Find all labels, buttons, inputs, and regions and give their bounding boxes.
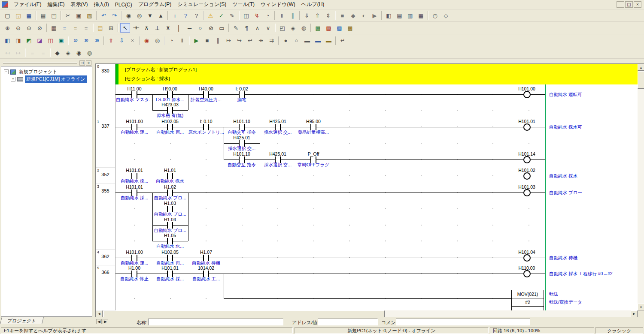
vertical-scrollbar[interactable]: ▲ ▼	[638, 64, 644, 310]
show-program-comments-button[interactable]: ≡	[81, 23, 91, 33]
panel-pin-button[interactable]: ⊣	[79, 60, 85, 66]
force-on-button[interactable]: ⇧	[106, 36, 116, 45]
forced-status-button[interactable]: ▬	[324, 36, 334, 45]
menu-item[interactable]: 表示(V)	[67, 0, 91, 9]
rung-number-cell[interactable]: 1337	[96, 119, 115, 168]
paste-button[interactable]: ▧	[85, 11, 94, 20]
zoom-in-button[interactable]: ⊕	[3, 23, 12, 33]
new-closed-coil-button[interactable]: ⊘	[206, 23, 216, 33]
clear-breakpoints-button[interactable]: ○	[292, 36, 301, 45]
display-signed-decimal-button[interactable]: 10	[81, 36, 91, 45]
step-out-button[interactable]: ↩	[245, 36, 255, 45]
new-closed-contact-button[interactable]: ⊼	[142, 23, 152, 33]
open-project-button[interactable]: ◱	[13, 11, 23, 20]
coil-symbol[interactable]	[523, 172, 531, 180]
coil-symbol[interactable]	[523, 270, 531, 277]
cascade-windows-button[interactable]: ◧	[384, 11, 394, 20]
go-to-address-button[interactable]: ◈	[63, 48, 73, 57]
undo-button[interactable]: ↶	[99, 11, 109, 20]
go-to-output-button[interactable]: ◍	[85, 48, 94, 57]
copy-button[interactable]: ▣	[74, 11, 84, 20]
go-to-next-button[interactable]: ◉	[74, 48, 84, 57]
scroll-up-button[interactable]: ▲	[638, 64, 644, 71]
show-symbol-comments-button[interactable]: ≡	[70, 23, 80, 33]
address-jump-button[interactable]: ↵	[338, 36, 348, 45]
close-button[interactable]: ×	[634, 1, 641, 8]
context-help-button[interactable]: ?	[191, 11, 201, 20]
window-output-button[interactable]: ◨	[13, 36, 23, 45]
work-online-button[interactable]: ◫	[241, 11, 251, 20]
step-monitoring-button[interactable]: ∥	[288, 11, 298, 20]
find-previous-button[interactable]: ▲	[156, 11, 166, 20]
toggle-grid-button[interactable]: ▦	[49, 23, 59, 33]
menu-item[interactable]: プログラム(P)	[135, 0, 174, 9]
display-decimal-button[interactable]: 10	[70, 36, 80, 45]
pause-monitor-button[interactable]: ‖	[177, 36, 187, 45]
menu-item[interactable]: 挿入(I)	[91, 0, 112, 9]
grid-color-3-button[interactable]: ▩	[334, 23, 344, 33]
rung-number-cell[interactable]: 5366	[96, 265, 115, 310]
tile-vertical-button[interactable]: ▥	[405, 11, 415, 20]
continuous-step-button[interactable]: ↠	[256, 36, 266, 45]
panel-close-button[interactable]: ×	[86, 60, 91, 66]
compare-with-plc-button[interactable]: ⇕	[323, 11, 333, 20]
coil-symbol[interactable]	[523, 91, 531, 98]
select-tool-button[interactable]: ↖	[120, 23, 130, 33]
online-edit-button[interactable]: ✎	[227, 11, 237, 20]
window-local-symbols-button[interactable]: ◫	[46, 36, 55, 45]
section-list-button[interactable]: ▤	[95, 23, 105, 33]
set-value-button[interactable]: ◉	[142, 36, 152, 45]
scroll-left-button[interactable]: ◀	[96, 310, 103, 317]
tree-expander-icon[interactable]: −	[4, 69, 9, 74]
run-mode-button[interactable]: ▶	[370, 11, 380, 20]
next-field-button[interactable]: ▶	[103, 319, 108, 324]
outdent-button[interactable]: ↤	[3, 48, 12, 57]
find-button[interactable]: ◉	[124, 11, 134, 20]
panel-grip[interactable]	[3, 63, 77, 64]
rung-number-cell[interactable]: 4362	[96, 250, 115, 265]
pause-monitoring-button[interactable]: ‖	[277, 11, 287, 20]
comment-input[interactable]	[396, 319, 530, 325]
menu-item[interactable]: ヘルプ(H)	[298, 0, 328, 9]
tree-expander-icon[interactable]: +	[11, 77, 15, 81]
block-select-button[interactable]: ◰	[277, 23, 287, 33]
redo-button[interactable]: ↷	[109, 11, 119, 20]
monitor-data-button[interactable]: ◔	[167, 36, 176, 45]
zoom-100-button[interactable]: ⊘	[35, 23, 45, 33]
tab-project[interactable]: プロジェクト	[0, 317, 44, 324]
address-value-input[interactable]	[318, 319, 378, 325]
new-horizontal-line-button[interactable]: ─	[185, 23, 194, 33]
tree-item[interactable]: +新規PC1[CJ1M] オフライン	[1, 75, 92, 83]
coil-symbol[interactable]	[523, 156, 531, 163]
help-button[interactable]: ?	[181, 11, 191, 20]
grid-color-1-button[interactable]: ▩	[313, 23, 323, 33]
coil-symbol[interactable]	[523, 189, 531, 196]
insert-rung-above-button[interactable]: ∧	[252, 23, 262, 33]
show-rung-comments-button[interactable]: ≡	[60, 23, 70, 33]
zoom-out-button[interactable]: ⊖	[13, 23, 23, 33]
watch-window-add-button[interactable]: ◍	[299, 23, 309, 33]
zoom-to-fit-button[interactable]: ⊙	[24, 23, 34, 33]
ladder-canvas[interactable]: [プログラム名 : 新規プログラム1][セクション名 : 採水]H11.00自動…	[115, 64, 638, 310]
new-or-closed-contact-button[interactable]: ⊻	[163, 23, 173, 33]
new-instruction-button[interactable]: ▭	[217, 23, 227, 33]
monitor-button[interactable]: ◔	[263, 11, 273, 20]
program-check-button[interactable]: ✓	[216, 11, 226, 20]
new-contact-button[interactable]: ⊣⊢	[131, 23, 141, 33]
transfer-from-plc-button[interactable]: ⇑	[313, 11, 322, 20]
cut-button[interactable]: ✂	[63, 11, 73, 20]
force-cancel-button[interactable]: ×	[128, 36, 137, 45]
instruction-box[interactable]: MOV(021)#2	[511, 290, 544, 310]
menu-item[interactable]: ツール(T)	[229, 0, 258, 9]
window-watch-button[interactable]: ◩	[24, 36, 34, 45]
force-off-button[interactable]: ⇩	[117, 36, 127, 45]
grid-color-4-button[interactable]: ▩	[345, 23, 355, 33]
find-next-button[interactable]: ▼	[145, 11, 155, 20]
edit-symbol-comment-button[interactable]: ¶	[242, 23, 252, 33]
display-hex-button[interactable]: 16	[92, 36, 102, 45]
save-project-button[interactable]: ▦	[24, 11, 34, 20]
coil-symbol[interactable]	[523, 123, 531, 131]
rung-number-cell[interactable]: 3355	[96, 184, 115, 250]
rung-number-cell[interactable]: 2352	[96, 168, 115, 184]
step-in-button[interactable]: ↪	[234, 36, 244, 45]
